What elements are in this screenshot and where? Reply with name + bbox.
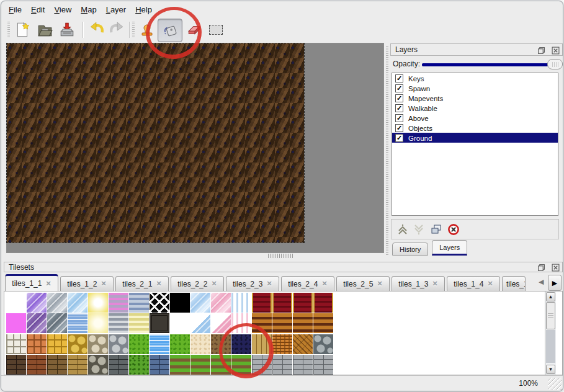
layer-row-ground[interactable]: ✓Ground [392, 133, 558, 143]
close-panel-icon[interactable] [552, 263, 560, 271]
tab-close-icon[interactable]: ✕ [377, 280, 382, 288]
tile-glow-pale-yellow[interactable] [88, 313, 108, 333]
menu-file[interactable]: File [9, 5, 22, 14]
open-file-button[interactable] [35, 20, 54, 39]
tile-pavement-white[interactable] [6, 334, 26, 354]
scroll-down-icon[interactable]: ▼ [546, 365, 555, 374]
dock-tab-history[interactable]: History [392, 243, 428, 256]
tab-close-icon[interactable]: ✕ [101, 280, 106, 288]
layer-visibility-checkbox[interactable]: ✓ [395, 94, 403, 102]
tile-hedge-green[interactable] [129, 355, 149, 375]
duplicate-layer-button[interactable] [429, 222, 444, 237]
map-canvas-area[interactable] [6, 43, 384, 253]
tile-grass-path-rows[interactable] [190, 355, 210, 375]
tileset-tab-tiles_1_2[interactable]: tiles_1_2✕ [60, 276, 114, 291]
tile-wall-gray-brick[interactable] [293, 355, 313, 375]
tile-glass-gray[interactable] [47, 293, 67, 313]
tile-herringbone-wood[interactable] [293, 334, 313, 354]
new-file-button[interactable] [13, 20, 32, 39]
tile-planks-vertical[interactable] [252, 334, 272, 354]
toolbar-drag-handle[interactable] [7, 22, 10, 38]
tile-wall-rust[interactable] [27, 355, 47, 375]
tile-empty[interactable] [6, 293, 26, 313]
opacity-slider-track[interactable] [422, 63, 552, 66]
tile-tiles-gold[interactable] [47, 334, 67, 354]
menu-map[interactable]: Map [81, 5, 96, 14]
tile-carpet-red[interactable] [293, 293, 313, 313]
tile-pebbles-beige[interactable] [88, 334, 108, 354]
tile-wood-siding[interactable] [313, 313, 333, 333]
tab-close-icon[interactable]: ✕ [266, 280, 272, 288]
toolbar-drag-handle[interactable] [132, 22, 135, 38]
tile-glass-darkgray[interactable] [47, 313, 67, 333]
tileset-tab-tiles_1_1[interactable]: tiles_1_1✕ [5, 274, 58, 291]
tileset-tab-tiles_2_3[interactable]: tiles_2_3✕ [226, 276, 279, 291]
save-file-button[interactable] [58, 20, 76, 39]
tile-flagstone-yellow[interactable] [68, 334, 87, 354]
tile-brick-weave-orange[interactable] [272, 334, 292, 354]
tile-grass[interactable] [170, 334, 190, 354]
tile-stones-gray[interactable] [109, 334, 128, 354]
tile-water-blue[interactable] [150, 334, 169, 354]
opacity-slider-handle[interactable] [547, 59, 563, 69]
tile-empty[interactable] [170, 313, 190, 333]
tile-wall-gray-pebble[interactable] [88, 355, 108, 375]
tab-close-icon[interactable]: ✕ [321, 280, 327, 288]
stamp-tool-button[interactable] [138, 20, 156, 39]
dock-tab-layers[interactable]: Layers [432, 240, 467, 256]
tile-glass-blue[interactable] [68, 293, 87, 313]
tile-carpet-red[interactable] [313, 293, 333, 313]
tab-close-icon[interactable]: ✕ [45, 280, 51, 288]
tile-wall-yellow-stone[interactable] [68, 355, 87, 375]
scrollbar-thumb[interactable] [546, 302, 555, 329]
tile-stripes-blue[interactable] [129, 293, 149, 313]
layer-visibility-checkbox[interactable]: ✓ [395, 134, 403, 142]
tileset-tab-tiles_2_1[interactable]: tiles_2_1✕ [115, 276, 169, 291]
layer-visibility-checkbox[interactable]: ✓ [395, 124, 403, 132]
tileset-tab-tiles_2_4[interactable]: tiles_2_4✕ [281, 276, 334, 291]
menu-help[interactable]: Help [135, 5, 152, 14]
tileset-tab-tiles_2_2[interactable]: tiles_2_2✕ [171, 276, 224, 291]
tile-wall-blue[interactable] [150, 355, 169, 375]
undo-button[interactable] [87, 20, 106, 39]
tileset-tab-tiles_1_4[interactable]: tiles_1_4✕ [447, 276, 500, 291]
tile-wall-dark-brown[interactable] [6, 355, 26, 375]
tile-round-stones-gray[interactable] [313, 334, 333, 354]
layer-row-walkable[interactable]: ✓Walkable [392, 103, 558, 113]
tile-glow-yellow[interactable] [88, 293, 108, 313]
tile-glass-lightblue-corner[interactable] [190, 313, 210, 333]
tileset-tab-tiles_1_[interactable]: tiles_1_ [502, 276, 526, 291]
tileset-tab-tiles_2_5[interactable]: tiles_2_5✕ [336, 276, 390, 291]
tile-stripes-gray[interactable] [109, 313, 128, 333]
scroll-up-icon[interactable]: ▲ [546, 292, 555, 301]
tile-lattice-black[interactable] [150, 293, 169, 313]
tile-grass-path-rows[interactable] [231, 355, 251, 375]
float-panel-icon[interactable] [537, 263, 545, 271]
tile-sand-pale[interactable] [190, 334, 210, 354]
layer-row-spawn[interactable]: ✓Spawn [392, 83, 558, 93]
menu-edit[interactable]: Edit [31, 5, 45, 14]
resize-grip[interactable] [548, 378, 562, 390]
layers-panel-drag-handle[interactable] [386, 46, 388, 256]
tile-grass-path-rows[interactable] [170, 355, 190, 375]
tile-glass-purple[interactable] [27, 293, 47, 313]
tile-wall-dark-gray[interactable] [109, 355, 128, 375]
scrollbar-track[interactable] [546, 330, 555, 363]
tile-stripes-yellow[interactable] [129, 313, 149, 333]
tile-tiles-orange[interactable] [27, 334, 47, 354]
menu-view[interactable]: View [54, 5, 71, 14]
tile-wall-gray-brick[interactable] [313, 355, 333, 375]
tab-scroll-right-button[interactable]: ▶ [548, 275, 562, 291]
tab-close-icon[interactable]: ✕ [432, 280, 437, 288]
move-layer-up-button[interactable] [395, 222, 410, 237]
tab-scroll-left-icon[interactable]: ◀ [539, 278, 544, 286]
layer-row-keys[interactable]: ✓Keys [392, 73, 558, 83]
tile-curtain-pink[interactable] [231, 313, 251, 333]
tile-wood-siding[interactable] [272, 313, 292, 333]
delete-layer-button[interactable] [446, 222, 461, 237]
tile-carpet-red[interactable] [272, 293, 292, 313]
tile-stripes-pink[interactable] [109, 293, 128, 313]
layer-visibility-checkbox[interactable]: ✓ [395, 84, 403, 92]
tile-plate-dark[interactable] [150, 313, 169, 333]
tile-curtain-blue[interactable] [231, 293, 251, 313]
